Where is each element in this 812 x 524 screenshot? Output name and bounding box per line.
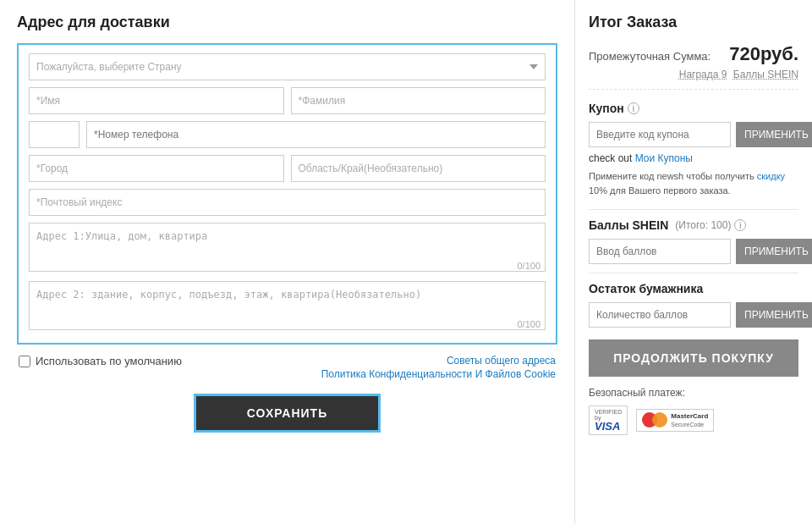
tips-link[interactable]: Советы общего адреса	[321, 355, 556, 367]
coupon-input-row: ПРИМЕНИТЬ	[589, 122, 798, 147]
points-input-row: ПРИМЕНИТЬ	[589, 239, 798, 264]
points-total-text: (Итого: 100)	[675, 219, 731, 231]
city-region-row	[29, 155, 546, 182]
address2-count: 0/100	[517, 319, 540, 329]
last-name-input[interactable]	[291, 87, 546, 114]
divider-1	[589, 209, 798, 210]
postal-row	[29, 189, 546, 216]
country-select[interactable]: Пожалуйста, выберите Страну	[29, 53, 546, 80]
coupon-label-text: Купон	[589, 102, 624, 115]
country-field: Пожалуйста, выберите Страну	[29, 53, 546, 80]
left-title: Адрес для доставки	[17, 14, 557, 31]
privacy-link[interactable]: Политика Конфиденциальности И Файлов Coo…	[321, 368, 556, 380]
phone-code-box	[29, 121, 80, 148]
address1-row: 0/100	[29, 223, 546, 274]
phone-code-input[interactable]	[30, 122, 79, 147]
region-field	[291, 155, 546, 182]
right-panel: Итог Заказа Промежуточная Сумма: 720руб.…	[575, 0, 812, 524]
postal-input[interactable]	[29, 189, 546, 216]
wallet-section-label: Остаток бумажника	[589, 282, 798, 295]
city-field	[29, 155, 284, 182]
mc-secure-text: SecureCode	[671, 421, 708, 428]
points-apply-button[interactable]: ПРИМЕНИТЬ	[736, 239, 812, 264]
footer-links: Советы общего адреса Политика Конфиденци…	[321, 355, 556, 380]
country-row: Пожалуйста, выберите Страну	[29, 53, 546, 80]
wallet-apply-button[interactable]: ПРИМЕНИТЬ	[736, 302, 812, 328]
name-row	[29, 87, 546, 114]
wallet-input[interactable]	[589, 302, 731, 328]
coupon-apply-button[interactable]: ПРИМЕНИТЬ	[736, 122, 812, 147]
visa-brand-text: VISA	[595, 421, 620, 432]
city-input[interactable]	[29, 155, 284, 182]
default-checkbox-label[interactable]: Использовать по умолчанию	[19, 355, 182, 367]
promo-text-1: Примените код newsh чтобы получить	[589, 171, 754, 181]
address1-wrapper: 0/100	[29, 223, 546, 274]
first-name-field	[29, 87, 284, 114]
address1-count: 0/100	[517, 261, 540, 271]
phone-row	[29, 121, 546, 148]
promo-text-2: 10% для Вашего первого заказа.	[589, 185, 731, 196]
postal-field	[29, 189, 546, 216]
region-input[interactable]	[291, 155, 546, 182]
address2-row: 0/100	[29, 281, 546, 333]
left-panel: Адрес для доставки Пожалуйста, выберите …	[0, 0, 575, 524]
coupon-link-row: check out Мои Купоны	[589, 152, 798, 164]
coupon-link-prefix: check out	[589, 152, 632, 164]
first-name-input[interactable]	[29, 87, 284, 114]
address-form-box: Пожалуйста, выберите Страну	[17, 43, 557, 345]
address2-input[interactable]	[29, 281, 546, 330]
form-footer: Использовать по умолчанию Советы общего …	[17, 355, 557, 380]
visa-badge: VERIFIED by VISA	[589, 405, 628, 435]
points-info-icon: i	[734, 219, 746, 231]
subtotal-amount: 720руб.	[729, 43, 798, 65]
address2-wrapper: 0/100	[29, 281, 546, 333]
mc-circles	[642, 412, 667, 427]
last-name-field	[291, 87, 546, 114]
my-coupons-link[interactable]: Мои Купоны	[635, 152, 693, 164]
reward-text: Награда 9	[679, 69, 727, 80]
address1-field: 0/100	[29, 223, 546, 274]
mc-circle-orange	[652, 412, 667, 427]
reward-suffix: Баллы SHEIN	[733, 69, 798, 80]
mastercard-badge: MasterCard SecureCode	[636, 409, 714, 432]
points-input[interactable]	[589, 239, 731, 264]
save-button[interactable]: СОХРАНИТЬ	[194, 394, 381, 433]
reward-row: Награда 9 Баллы SHEIN	[589, 69, 798, 90]
subtotal-label: Промежуточная Сумма:	[589, 50, 710, 63]
promo-text: Примените код newsh чтобы получить скидк…	[589, 169, 798, 197]
mc-text-block: MasterCard SecureCode	[671, 412, 708, 428]
default-label-text: Использовать по умолчанию	[36, 355, 182, 367]
divider-2	[589, 273, 798, 273]
address2-field: 0/100	[29, 281, 546, 333]
phone-input[interactable]	[86, 121, 546, 148]
default-checkbox[interactable]	[19, 356, 30, 367]
coupon-info-icon: i	[628, 102, 639, 114]
payment-icons: VERIFIED by VISA MasterCard SecureCode	[589, 405, 798, 435]
phone-field	[86, 121, 546, 148]
address1-input[interactable]	[29, 223, 546, 272]
subtotal-row: Промежуточная Сумма: 720руб.	[589, 43, 798, 65]
mc-name-text: MasterCard	[671, 412, 708, 421]
visa-verified-text: VERIFIED	[595, 409, 622, 415]
continue-button[interactable]: ПРОДОЛЖИТЬ ПОКУПКУ	[589, 339, 798, 377]
coupon-section-label: Купон i	[589, 102, 798, 115]
points-label-text: Баллы SHEIN	[589, 218, 668, 232]
promo-highlight: скидку	[757, 171, 785, 181]
coupon-input[interactable]	[589, 122, 731, 147]
save-btn-wrapper: СОХРАНИТЬ	[17, 394, 557, 433]
points-section-label: Баллы SHEIN (Итого: 100) i	[589, 218, 798, 232]
secure-label: Безопасный платеж:	[589, 387, 798, 399]
order-title: Итог Заказа	[589, 14, 798, 31]
wallet-input-row: ПРИМЕНИТЬ	[589, 302, 798, 328]
